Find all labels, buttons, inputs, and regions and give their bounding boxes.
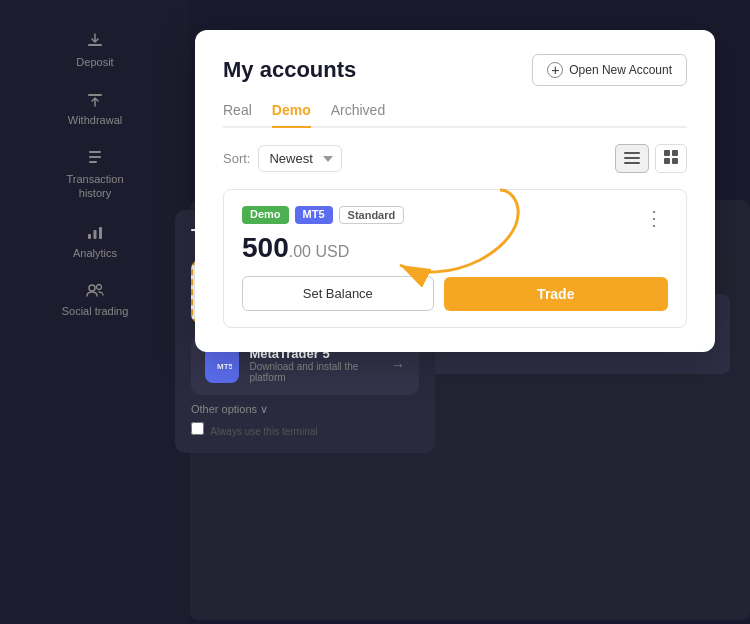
tab-demo[interactable]: Demo	[272, 102, 311, 128]
sort-select[interactable]: Newest Oldest	[258, 145, 342, 172]
account-actions: Set Balance Trade	[242, 276, 668, 311]
view-icons	[615, 144, 687, 173]
svg-point-9	[97, 284, 102, 289]
svg-rect-13	[624, 157, 640, 159]
transaction-history-label: Transactionhistory	[66, 172, 123, 201]
svg-rect-17	[664, 158, 670, 164]
open-new-account-button[interactable]: + Open New Account	[532, 54, 687, 86]
grid-view-button[interactable]	[655, 144, 687, 173]
tabs: Real Demo Archived	[223, 102, 687, 128]
svg-rect-5	[88, 234, 91, 239]
badge-demo: Demo	[242, 206, 289, 224]
sidebar-item-withdrawal[interactable]: Withdrawal	[0, 78, 190, 136]
open-new-label: Open New Account	[569, 63, 672, 77]
svg-rect-3	[89, 156, 101, 158]
account-card: Demo MT5 Standard ⋮ 500.00 USD Set Balan…	[223, 189, 687, 328]
svg-rect-16	[672, 150, 678, 156]
account-badges: Demo MT5 Standard	[242, 206, 404, 224]
svg-point-8	[89, 285, 95, 291]
sort-control: Sort: Newest Oldest	[223, 145, 342, 172]
balance-amount: 500	[242, 232, 289, 263]
card-header: My My accountsaccounts + Open New Accoun…	[223, 54, 687, 86]
transaction-history-icon	[84, 146, 106, 168]
sort-label: Sort:	[223, 151, 250, 166]
sidebar-item-analytics[interactable]: Analytics	[0, 211, 190, 269]
svg-rect-12	[624, 152, 640, 154]
always-use-checkbox[interactable]	[191, 422, 204, 435]
always-use-label: Always use this terminal	[210, 426, 317, 437]
badge-standard: Standard	[339, 206, 405, 224]
sidebar-item-social-trading[interactable]: Social trading	[0, 269, 190, 327]
svg-rect-7	[99, 227, 102, 239]
sidebar-item-deposit[interactable]: Deposit	[0, 20, 190, 78]
deposit-icon	[84, 30, 106, 52]
trade-button[interactable]: Trade	[444, 277, 668, 311]
tab-archived[interactable]: Archived	[331, 102, 385, 128]
page-title: My My accountsaccounts	[223, 57, 356, 83]
always-use-terminal[interactable]: Always use this terminal	[191, 422, 419, 437]
badge-mt5: MT5	[295, 206, 333, 224]
list-view-button[interactable]	[615, 144, 649, 173]
svg-text:MT5: MT5	[217, 362, 232, 371]
account-card-header: Demo MT5 Standard ⋮	[242, 206, 668, 232]
analytics-label: Analytics	[73, 247, 117, 259]
set-balance-button[interactable]: Set Balance	[242, 276, 434, 311]
plus-icon: +	[547, 62, 563, 78]
svg-rect-6	[94, 230, 97, 239]
grid-view-icon	[664, 150, 678, 164]
svg-rect-1	[88, 94, 102, 96]
withdrawal-icon	[84, 88, 106, 110]
svg-rect-14	[624, 162, 640, 164]
withdrawal-label: Withdrawal	[68, 114, 122, 126]
list-view-icon	[624, 152, 640, 164]
svg-rect-4	[89, 161, 97, 163]
sidebar-item-transaction-history[interactable]: Transactionhistory	[0, 136, 190, 211]
more-options-button[interactable]: ⋮	[640, 206, 668, 230]
balance-decimals: .00 USD	[289, 243, 349, 260]
mt5-arrow-icon: →	[391, 357, 405, 373]
main-card: My My accountsaccounts + Open New Accoun…	[195, 30, 715, 352]
svg-rect-2	[89, 151, 101, 153]
svg-rect-18	[672, 158, 678, 164]
svg-rect-15	[664, 150, 670, 156]
social-trading-icon	[84, 279, 106, 301]
sidebar: Deposit Withdrawal Transactionhistory	[0, 0, 190, 624]
sort-row: Sort: Newest Oldest	[223, 144, 687, 173]
social-trading-label: Social trading	[62, 305, 129, 317]
account-balance: 500.00 USD	[242, 232, 668, 264]
tab-real[interactable]: Real	[223, 102, 252, 128]
analytics-icon	[84, 221, 106, 243]
mt5-desc: Download and install the platform	[249, 361, 391, 383]
svg-rect-0	[88, 44, 102, 46]
deposit-label: Deposit	[76, 56, 113, 68]
other-options[interactable]: Other options ∨	[191, 403, 419, 416]
